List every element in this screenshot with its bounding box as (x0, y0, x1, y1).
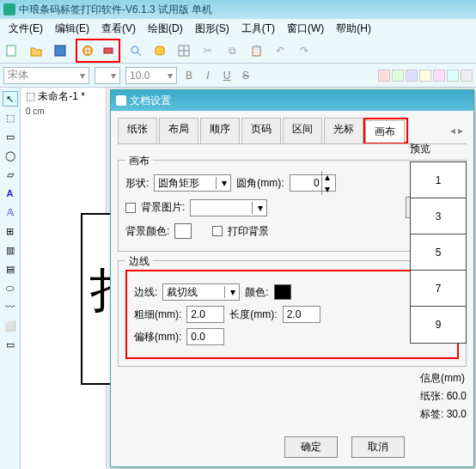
menu-view[interactable]: 查看(V) (96, 20, 141, 38)
box-tool-icon[interactable]: ▭ (3, 337, 18, 352)
radius-label: 圆角(mm): (236, 176, 284, 191)
new-icon[interactable] (3, 42, 21, 59)
barcode-tool-icon[interactable]: ▥ (3, 242, 18, 258)
font-style-select[interactable]: ▾ (95, 67, 120, 84)
preview-row: 5 (411, 234, 466, 271)
open-icon[interactable] (27, 42, 45, 59)
cancel-button[interactable]: 取消 (351, 436, 405, 458)
ruler: 0 cm (26, 107, 45, 116)
color-swatches (378, 70, 473, 82)
swatch[interactable] (447, 70, 459, 82)
length-input[interactable] (283, 306, 320, 323)
italic-button[interactable]: I (201, 70, 215, 82)
title-bar: 中琅条码标签打印软件-V6.1.3 试用版 单机 (0, 0, 476, 19)
border-color-swatch[interactable] (274, 284, 291, 300)
redo-icon[interactable]: ↷ (296, 42, 313, 59)
swatch[interactable] (406, 70, 418, 82)
toolbar: ✂ ⧉ 📋 ↶ ↷ (0, 38, 476, 64)
richtext-tool-icon[interactable]: 𝔸 (3, 204, 18, 220)
undo-icon[interactable]: ↶ (272, 42, 289, 59)
swatch[interactable] (419, 70, 431, 82)
poly-tool-icon[interactable]: ▱ (3, 167, 18, 182)
doc-setup-icon[interactable] (79, 42, 96, 59)
dialog-title: 文档设置 (130, 94, 171, 108)
save-icon[interactable] (52, 42, 69, 59)
tab-layout[interactable]: 布局 (159, 118, 198, 143)
border-legend: 边线 (125, 254, 153, 269)
canvas-area[interactable]: ⬚ 未命名-1 * 0 cm 扎 (21, 88, 107, 469)
ok-button[interactable]: 确定 (284, 436, 338, 458)
swatch[interactable] (433, 70, 445, 82)
shape-select[interactable]: 圆角矩形▾ (154, 174, 231, 192)
radius-input[interactable]: ▴▾ (290, 174, 336, 192)
tab-page[interactable]: 页码 (241, 118, 281, 143)
thickness-label: 粗细(mm): (134, 308, 181, 322)
font-family-select[interactable]: 宋体▾ (3, 67, 89, 84)
info-panel: 信息(mm) 纸张: 60.0 标签: 30.0 (420, 368, 467, 425)
qrcode-tool-icon[interactable]: ▤ (3, 261, 18, 277)
strike-button[interactable]: S (239, 70, 253, 82)
paste-icon[interactable]: 📋 (247, 42, 265, 59)
preview-panel: 预览 1 3 5 7 9 (410, 142, 467, 344)
menu-tools[interactable]: 工具(T) (236, 20, 280, 38)
preview-row: 3 (411, 198, 466, 234)
preview-icon[interactable] (127, 42, 144, 59)
app-title: 中琅条码标签打印软件-V6.1.3 试用版 单机 (19, 3, 212, 17)
info-title: 信息(mm) (420, 371, 467, 386)
bgimg-path[interactable]: ▾ (190, 199, 267, 216)
swatch[interactable] (378, 70, 390, 82)
curve-tool-icon[interactable]: 〰 (3, 299, 18, 314)
document-tab[interactable]: ⬚ 未命名-1 * (26, 89, 85, 104)
underline-button[interactable]: U (220, 70, 234, 82)
tab-paper[interactable]: 纸张 (118, 118, 157, 143)
info-paper-value: 60.0 (447, 390, 467, 402)
menu-window[interactable]: 窗口(W) (282, 20, 329, 38)
printbg-checkbox[interactable] (212, 226, 223, 236)
print-icon[interactable] (100, 42, 117, 59)
menu-bar: 文件(E) 编辑(E) 查看(V) 绘图(D) 图形(S) 工具(T) 窗口(W… (0, 19, 476, 38)
table-tool-icon[interactable]: ⊞ (3, 223, 18, 239)
ellipse-tool-icon[interactable]: ◯ (3, 148, 18, 163)
rect-tool-icon[interactable]: ▭ (3, 129, 18, 144)
info-label-label: 标签: (420, 408, 443, 420)
dialog-titlebar[interactable]: 文档设置 (111, 90, 473, 111)
grid-icon[interactable] (175, 42, 192, 59)
tab-canvas[interactable]: 画布 (365, 120, 405, 143)
menu-file[interactable]: 文件(E) (3, 20, 48, 38)
bgcolor-swatch[interactable] (174, 223, 192, 239)
rounded-tool-icon[interactable]: ⬭ (3, 280, 18, 295)
pointer-tool-icon[interactable]: ↖ (3, 91, 18, 107)
font-size-select[interactable]: 10.0▾ (125, 67, 177, 84)
cut-icon[interactable]: ✂ (199, 42, 217, 59)
menu-edit[interactable]: 编辑(E) (50, 20, 95, 38)
bgcolor-label: 背景颜色: (125, 224, 169, 239)
tab-range[interactable]: 区间 (283, 118, 322, 143)
swatch[interactable] (392, 70, 404, 82)
tab-order[interactable]: 顺序 (200, 118, 240, 143)
tab-scroll[interactable]: ◂ ▸ (447, 118, 467, 143)
menu-draw[interactable]: 绘图(D) (143, 20, 188, 38)
tab-cursor[interactable]: 光标 (324, 118, 363, 143)
dialog-icon (116, 95, 126, 106)
bgimg-checkbox[interactable] (125, 203, 136, 213)
thickness-input[interactable] (186, 306, 224, 323)
border-type-label: 边线: (134, 285, 157, 300)
image-tool-icon[interactable]: ⬜ (3, 318, 18, 333)
menu-shape[interactable]: 图形(S) (190, 20, 235, 38)
dialog-tabs: 纸张 布局 顺序 页码 区间 光标 画布 ◂ ▸ (118, 118, 467, 144)
svg-rect-3 (104, 48, 113, 53)
db-icon[interactable] (151, 42, 168, 59)
select-tool-icon[interactable]: ⬚ (3, 110, 18, 125)
preview-row: 1 (411, 162, 466, 198)
border-type-select[interactable]: 裁切线▾ (162, 283, 240, 301)
offset-input[interactable] (186, 328, 224, 345)
swatch[interactable] (461, 70, 473, 82)
preview-row: 9 (411, 307, 466, 343)
info-paper-label: 纸张: (420, 390, 443, 402)
svg-point-4 (131, 46, 138, 53)
menu-help[interactable]: 帮助(H) (331, 20, 376, 38)
preview-row: 7 (411, 271, 466, 307)
text-tool-icon[interactable]: A (3, 186, 18, 201)
bold-button[interactable]: B (182, 70, 196, 82)
copy-icon[interactable]: ⧉ (223, 42, 241, 59)
